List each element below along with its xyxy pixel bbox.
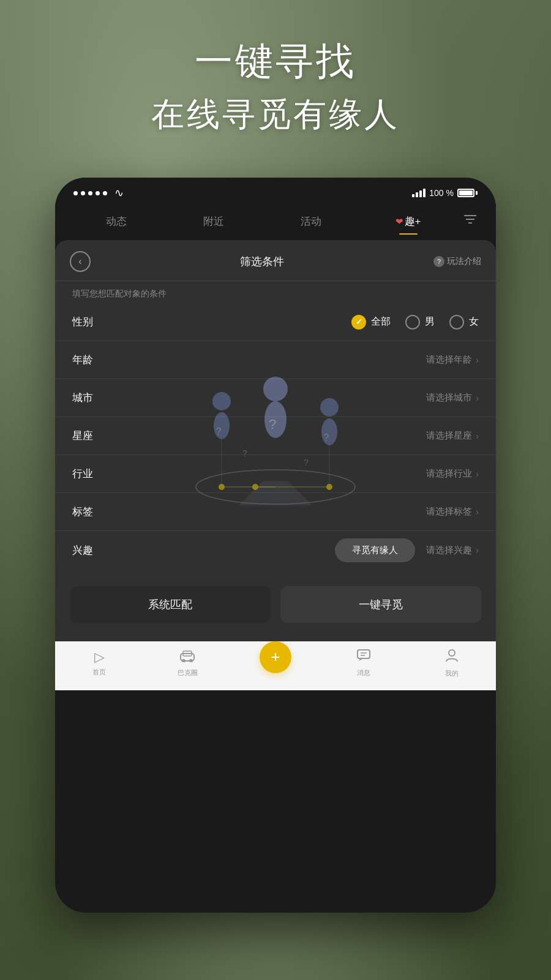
age-placeholder: 请选择年龄 — [426, 354, 472, 366]
gender-male-label: 男 — [425, 315, 435, 328]
plus-icon[interactable]: + — [260, 641, 291, 673]
city-label: 城市 — [72, 391, 109, 405]
help-link[interactable]: ? 玩法介绍 — [433, 256, 481, 267]
gender-row: 性别 ✓ 全部 男 — [55, 303, 496, 341]
city-placeholder: 请选择城市 — [426, 392, 472, 404]
tags-label: 标签 — [72, 505, 109, 519]
hint-text: 填写您想匹配对象的条件 — [55, 281, 496, 303]
filter-icon-button[interactable] — [457, 209, 484, 233]
industry-row[interactable]: 行业 请选择行业 › — [55, 455, 496, 493]
city-chevron: › — [476, 393, 479, 403]
modal-header: ‹ 筛选条件 ? 玩法介绍 — [55, 240, 496, 281]
nav-mine[interactable]: 我的 — [408, 648, 496, 678]
age-label: 年龄 — [72, 353, 109, 367]
battery-icon — [457, 189, 478, 197]
tags-chevron: › — [476, 507, 479, 517]
constellation-value[interactable]: 请选择星座 › — [109, 430, 479, 442]
cellular-icon — [412, 189, 425, 197]
interest-chevron: › — [476, 545, 479, 555]
city-value[interactable]: 请选择城市 › — [109, 392, 479, 404]
industry-placeholder: 请选择行业 — [426, 468, 472, 480]
constellation-chevron: › — [476, 431, 479, 441]
industry-chevron: › — [476, 469, 479, 479]
status-right: 100 % — [412, 188, 478, 198]
gender-all-label: 全部 — [371, 315, 391, 328]
industry-label: 行业 — [72, 467, 109, 481]
mine-icon — [445, 648, 459, 666]
system-match-button[interactable]: 系统匹配 — [70, 586, 271, 623]
signal-dots — [73, 191, 107, 195]
wifi-icon: ∿ — [114, 186, 124, 200]
gender-all-option[interactable]: ✓ 全部 — [351, 315, 391, 330]
battery-percent: 100 % — [429, 188, 454, 198]
gender-all-radio[interactable]: ✓ — [351, 315, 366, 330]
gender-male-radio[interactable] — [405, 315, 420, 330]
tab-qu-plus[interactable]: ❤趣+ — [359, 211, 457, 232]
interest-placeholder: 请选择兴趣 — [426, 545, 472, 556]
tab-fujin[interactable]: 附近 — [165, 211, 262, 232]
phone-frame: ∿ 100 % 动态 附近 活动 — [55, 178, 496, 913]
gender-female-option[interactable]: 女 — [449, 315, 479, 330]
constellation-placeholder: 请选择星座 — [426, 430, 472, 442]
nav-plus[interactable]: + — [231, 654, 320, 673]
gender-options: ✓ 全部 男 女 — [109, 315, 479, 330]
svg-rect-28 — [358, 650, 370, 658]
messages-icon — [356, 649, 371, 666]
bottom-navigation: ▷ 首页 巴克圈 + — [55, 641, 496, 690]
tags-placeholder: 请选择标签 — [426, 506, 472, 518]
svg-point-27 — [189, 659, 193, 662]
interest-value: 寻觅有缘人 请选择兴趣 › — [109, 538, 479, 562]
svg-point-26 — [182, 659, 186, 662]
filter-modal: ‹ 筛选条件 ? 玩法介绍 填写您想匹配对象的条件 — [55, 240, 496, 641]
hero-title: 一键寻找 — [0, 37, 551, 86]
one-key-search-button[interactable]: 一键寻觅 — [280, 586, 481, 623]
home-icon: ▷ — [94, 649, 105, 665]
age-value[interactable]: 请选择年龄 › — [109, 354, 479, 366]
tags-row[interactable]: 标签 请选择标签 › — [55, 493, 496, 531]
nav-messages[interactable]: 消息 — [320, 649, 408, 677]
nav-bakecircle-label: 巴克圈 — [178, 668, 198, 677]
navigation-tabs: 动态 附近 活动 ❤趣+ — [55, 205, 496, 240]
help-circle-icon: ? — [433, 256, 444, 267]
tab-huodong[interactable]: 活动 — [262, 211, 359, 232]
gender-male-option[interactable]: 男 — [405, 315, 435, 330]
hero-subtitle: 在线寻觅有缘人 — [0, 92, 551, 137]
gender-label: 性别 — [72, 315, 109, 329]
interest-label: 兴趣 — [72, 543, 109, 557]
gender-female-label: 女 — [469, 315, 479, 328]
status-bar: ∿ 100 % — [55, 178, 496, 205]
gender-female-radio[interactable] — [449, 315, 464, 330]
svg-point-31 — [449, 650, 455, 656]
back-button[interactable]: ‹ — [70, 251, 91, 272]
constellation-row[interactable]: 星座 请选择星座 › — [55, 417, 496, 455]
age-chevron: › — [476, 355, 479, 365]
help-label: 玩法介绍 — [447, 256, 481, 267]
nav-mine-label: 我的 — [445, 669, 459, 678]
bakecircle-icon — [179, 649, 195, 666]
nav-messages-label: 消息 — [357, 668, 370, 677]
tab-dongtai[interactable]: 动态 — [67, 211, 165, 232]
interest-search-button[interactable]: 寻觅有缘人 — [335, 538, 415, 562]
modal-title: 筛选条件 — [240, 254, 284, 269]
status-left: ∿ — [73, 186, 124, 200]
age-row[interactable]: 年龄 请选择年龄 › — [55, 341, 496, 379]
industry-value[interactable]: 请选择行业 › — [109, 468, 479, 480]
action-buttons: 系统匹配 一键寻觅 — [55, 574, 496, 629]
nav-home-label: 首页 — [92, 668, 106, 677]
nav-home[interactable]: ▷ 首页 — [55, 649, 143, 677]
nav-bakecircle[interactable]: 巴克圈 — [143, 649, 231, 677]
constellation-label: 星座 — [72, 429, 109, 443]
tags-value[interactable]: 请选择标签 › — [109, 506, 479, 518]
city-row[interactable]: 城市 请选择城市 › — [55, 379, 496, 417]
hero-section: 一键寻找 在线寻觅有缘人 — [0, 37, 551, 137]
interest-row: 兴趣 寻觅有缘人 请选择兴趣 › — [55, 531, 496, 569]
